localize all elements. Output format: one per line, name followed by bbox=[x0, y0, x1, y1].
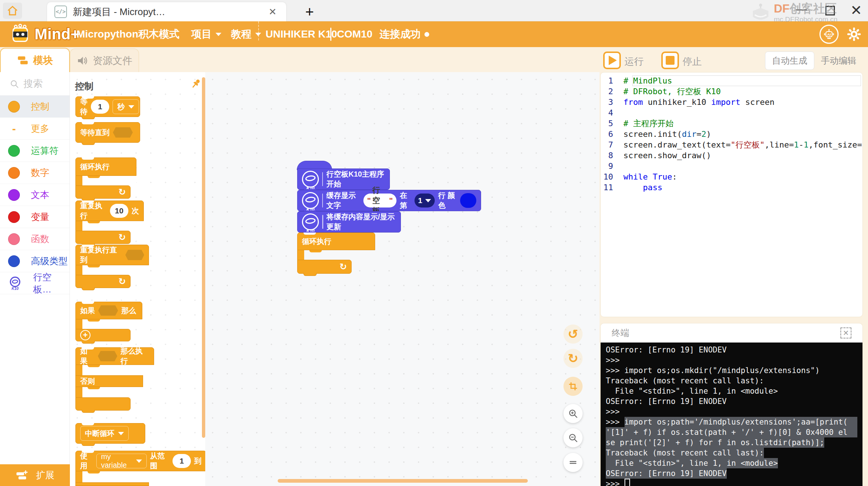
code-line: 2# DFRobot, 行空板 K10 bbox=[601, 86, 862, 97]
plus-circle-icon[interactable]: + bbox=[80, 330, 90, 340]
block-forever-canvas[interactable]: 循环执行 ↻ bbox=[297, 233, 375, 274]
workspace-canvas[interactable]: K10 行空板K10主程序开始 K10 缓存显示文字 "行空板" 在第 1 bbox=[205, 72, 600, 486]
block-wait-until[interactable]: 等待直到 bbox=[75, 122, 140, 143]
sidebar-category[interactable]: 控制 bbox=[0, 96, 70, 118]
pin-icon[interactable] bbox=[190, 77, 202, 90]
block-divider bbox=[322, 172, 323, 186]
settings-button[interactable] bbox=[844, 25, 864, 44]
sidebar-category[interactable]: 变量 bbox=[0, 206, 70, 228]
sidebar-category[interactable]: 文本 bbox=[0, 184, 70, 206]
auto-generate-toggle[interactable]: 自动生成 bbox=[765, 52, 814, 70]
tab-resources[interactable]: 资源文件 bbox=[70, 49, 139, 72]
color-swatch[interactable] bbox=[460, 193, 476, 208]
new-tab-button[interactable]: + bbox=[305, 4, 314, 20]
category-label: 高级类型 bbox=[31, 255, 68, 267]
number-input[interactable]: 10 bbox=[110, 204, 128, 218]
reset-zoom-button[interactable] bbox=[563, 453, 583, 472]
block-for-range[interactable]: 使用 my variable 从范围 1 到 bbox=[75, 451, 205, 486]
terminal-line: >>> import os;os.mkdir("/mindplus/extens… bbox=[606, 365, 857, 376]
condition-slot[interactable] bbox=[98, 351, 117, 361]
unit-dropdown[interactable]: 秒 bbox=[113, 99, 139, 114]
speaker-icon bbox=[77, 55, 88, 66]
condition-slot[interactable] bbox=[98, 305, 118, 316]
terminal-output[interactable]: OSError: [Errno 19] ENODEV>>>>>> import … bbox=[601, 343, 862, 486]
block-forever[interactable]: 循环执行 ↻ bbox=[75, 157, 136, 199]
block-wait[interactable]: 等待 1 秒 bbox=[75, 96, 140, 117]
board-name[interactable]: UNIHIKER K10 bbox=[266, 21, 337, 47]
redo-button[interactable]: ↻ bbox=[563, 349, 583, 368]
code-line: 7screen.draw_text(text="行空板",line=1-1,fo… bbox=[601, 139, 862, 150]
run-label[interactable]: 运行 bbox=[625, 55, 644, 68]
block-repeat[interactable]: 重复执行 10 次 ↻ bbox=[75, 201, 144, 244]
panel-tab-row: 模块 资源文件 bbox=[0, 47, 600, 72]
break-dropdown[interactable]: 中断循环 bbox=[80, 426, 129, 441]
number-input[interactable]: 1 bbox=[172, 454, 191, 468]
screenshot-button[interactable] bbox=[563, 377, 583, 396]
palette-scrollbar[interactable] bbox=[202, 77, 205, 438]
tab-modules[interactable]: 模块 bbox=[0, 48, 70, 72]
sidebar-category[interactable]: K10行空板… bbox=[0, 272, 70, 294]
block-repeat-until[interactable]: 重复执行直到 ↻ bbox=[75, 245, 149, 288]
search-placeholder: 搜索 bbox=[24, 77, 43, 90]
line-number-dropdown[interactable]: 1 bbox=[415, 194, 435, 207]
undo-button[interactable]: ↺ bbox=[563, 324, 583, 344]
menu-tutorial[interactable]: 教程 bbox=[231, 21, 261, 47]
block-break-loop[interactable]: 中断循环 bbox=[75, 423, 145, 444]
port-name[interactable]: COM10 bbox=[337, 21, 372, 47]
mindplus-robot-icon bbox=[10, 24, 31, 45]
number-input[interactable]: 1 bbox=[91, 100, 109, 114]
sidebar-category[interactable]: 函数 bbox=[0, 228, 70, 250]
category-label: 运算符 bbox=[31, 145, 58, 157]
close-tab-icon[interactable]: ✕ bbox=[266, 6, 279, 18]
condition-slot[interactable] bbox=[113, 127, 133, 138]
category-dash-icon: - bbox=[8, 123, 20, 135]
sidebar-category[interactable]: 数字 bbox=[0, 162, 70, 184]
ai-assistant-button[interactable]: AI bbox=[819, 25, 839, 44]
block-show-draw[interactable]: K10 将缓存内容显示/显示更新 bbox=[297, 211, 401, 233]
block-if-else[interactable]: 如果 那么执行 否则 bbox=[75, 347, 154, 411]
terminal-line: OSError: [Errno 19] ENODEV bbox=[606, 345, 857, 355]
sidebar-category[interactable]: -更多 bbox=[0, 118, 70, 140]
maximize-icon[interactable] bbox=[825, 6, 835, 15]
stop-label[interactable]: 停止 bbox=[683, 55, 702, 68]
manual-edit-toggle[interactable]: 手动编辑 bbox=[814, 52, 863, 70]
svg-text:AI: AI bbox=[827, 32, 831, 36]
variable-dropdown[interactable]: my variable bbox=[96, 454, 147, 468]
search-input[interactable]: 搜索 bbox=[0, 72, 70, 96]
category-label: 行空板… bbox=[33, 271, 70, 295]
category-label: 函数 bbox=[31, 233, 49, 245]
code-line: 1# MindPlus bbox=[601, 75, 862, 86]
reset-zoom-icon bbox=[569, 458, 577, 467]
sidebar-category[interactable]: 高级类型 bbox=[0, 250, 70, 272]
loop-arrow-icon: ↻ bbox=[118, 276, 126, 287]
zoom-in-button[interactable] bbox=[563, 404, 583, 423]
code-panel: 运行 停止 自动生成 手动编辑 1# MindPlus2# DFRobot, 行… bbox=[600, 47, 868, 486]
block-if[interactable]: 如果 那么 + bbox=[75, 302, 142, 341]
screenshot-crop-icon bbox=[568, 382, 578, 391]
terminal-line: OSError: [Errno 19] ENODEV bbox=[606, 468, 857, 479]
block-cache-draw-text[interactable]: K10 缓存显示文字 "行空板" 在第 1 行 颜色 bbox=[297, 190, 481, 211]
block-palette: 控制 等待 1 秒 等待直到 bbox=[70, 72, 205, 486]
run-icon bbox=[609, 56, 617, 65]
close-window-icon[interactable]: ✕ bbox=[850, 2, 862, 18]
document-tab-title: 新建项目 - Micropyt… bbox=[73, 6, 260, 18]
canvas-horizontal-scrollbar[interactable] bbox=[278, 479, 528, 483]
run-button[interactable] bbox=[603, 52, 621, 69]
home-button[interactable] bbox=[3, 3, 22, 19]
search-icon bbox=[10, 79, 19, 89]
code-lines: 1# MindPlus2# DFRobot, 行空板 K103from unih… bbox=[601, 75, 862, 193]
sidebar-category[interactable]: 运算符 bbox=[0, 140, 70, 162]
extensions-button[interactable]: 扩展 bbox=[0, 464, 70, 486]
minimize-icon[interactable]: — bbox=[796, 3, 807, 15]
zoom-out-button[interactable] bbox=[563, 428, 583, 447]
mindplus-logo[interactable]: Mind+ bbox=[10, 21, 80, 47]
code-editor[interactable]: 1# MindPlus2# DFRobot, 行空板 K103from unih… bbox=[600, 72, 863, 317]
category-color-dot bbox=[8, 211, 20, 223]
code-line: 4 bbox=[601, 107, 862, 118]
clear-terminal-icon[interactable]: ✕ bbox=[840, 327, 851, 338]
menu-project[interactable]: 项目 bbox=[191, 21, 221, 47]
condition-slot[interactable] bbox=[125, 250, 144, 260]
stop-button[interactable] bbox=[661, 52, 679, 69]
document-tab[interactable]: </> 新建项目 - Micropyt… ✕ bbox=[47, 2, 286, 21]
text-input[interactable]: "行空板" bbox=[363, 194, 396, 207]
